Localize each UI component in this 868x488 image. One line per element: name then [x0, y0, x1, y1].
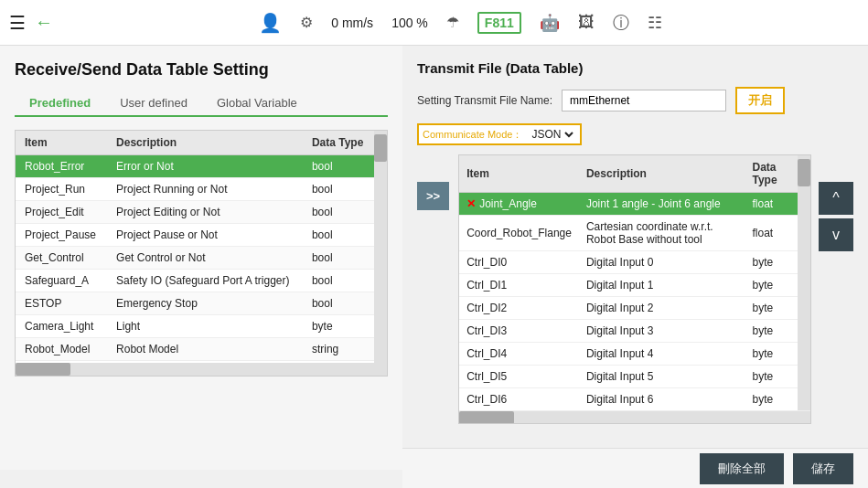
add-to-right-button[interactable]: >> — [417, 182, 449, 210]
comm-mode-label: Communicate Mode： — [423, 128, 522, 142]
left-cell-type: bool — [303, 178, 374, 201]
right-table-row[interactable]: Ctrl_DI4 Digital Input 4 byte — [459, 343, 810, 366]
main-content: Receive/Send Data Table Setting Predefin… — [0, 46, 868, 470]
left-table-row[interactable]: Project_Pause Project Pause or Not bool — [16, 224, 387, 247]
page-title: Receive/Send Data Table Setting — [15, 60, 388, 80]
right-cell-item: Ctrl_DI6 — [459, 388, 579, 411]
left-cell-item: Get_Control — [16, 247, 107, 270]
left-cell-type: byte — [303, 315, 374, 338]
right-table-row[interactable]: ✕Joint_Angle Joint 1 angle - Joint 6 ang… — [459, 193, 810, 216]
right-cell-item: ✕Joint_Angle — [459, 193, 579, 216]
right-cell-type: byte — [745, 388, 798, 411]
left-cell-type: bool — [303, 270, 374, 292]
robot-icon: 🤖 — [540, 13, 560, 33]
tab-global-variable[interactable]: Global Variable — [202, 90, 312, 117]
left-cell-type: bool — [303, 247, 374, 270]
left-cell-item: Robot_Model — [16, 338, 107, 361]
speed-value: 0 mm/s — [331, 16, 373, 30]
right-cell-type: byte — [745, 320, 798, 343]
delete-all-button[interactable]: 刪除全部 — [700, 453, 784, 484]
left-cell-item: Robot_Error — [16, 155, 107, 178]
left-table-row[interactable]: Get_Control Get Control or Not bool — [16, 247, 387, 270]
right-cell-type: byte — [745, 297, 798, 320]
right-cell-item: Ctrl_DI5 — [459, 366, 579, 388]
left-table: Item Description Data Type Robot_Error E… — [16, 131, 387, 361]
right-cell-desc: Digital Input 2 — [579, 297, 745, 320]
left-cell-item: Project_Run — [16, 178, 107, 201]
tab-bar: Predefined User defined Global Variable — [15, 90, 388, 117]
transmit-form: Setting Transmit File Name: 开启 Communica… — [417, 87, 853, 145]
left-cell-type: bool — [303, 224, 374, 247]
left-panel: Receive/Send Data Table Setting Predefin… — [0, 46, 402, 470]
right-cell-item: Ctrl_DI0 — [459, 251, 579, 274]
right-cell-desc: Digital Input 6 — [579, 388, 745, 411]
person-icon: 👤 — [259, 12, 282, 34]
left-col-type: Data Type — [303, 131, 374, 155]
left-cell-item: Project_Pause — [16, 224, 107, 247]
right-table-section: >> Item Description Data Type ✕Joint — [417, 154, 853, 424]
right-vscroll[interactable] — [798, 155, 810, 410]
left-cell-desc: Robot Model — [107, 338, 303, 361]
tab-predefined[interactable]: Predefined — [15, 90, 105, 117]
left-cell-type: bool — [303, 155, 374, 178]
open-button[interactable]: 开启 — [735, 87, 785, 114]
right-col-type: Data Type — [745, 155, 798, 193]
left-cell-item: Project_Edit — [16, 201, 107, 224]
right-cell-item: Ctrl_DI4 — [459, 343, 579, 366]
right-table-row[interactable]: Ctrl_DI3 Digital Input 3 byte — [459, 320, 810, 343]
transmit-title: Transmit File (Data Table) — [417, 60, 853, 76]
left-table-row[interactable]: Robot_Model Robot Model string — [16, 338, 387, 361]
left-cell-desc: Get Control or Not — [107, 247, 303, 270]
right-cell-desc: Digital Input 4 — [579, 343, 745, 366]
up-button[interactable]: ^ — [819, 182, 853, 215]
right-cell-type: byte — [745, 274, 798, 297]
right-table-row[interactable]: Coord_Robot_Flange Cartesian coordinate … — [459, 216, 810, 251]
left-table-row[interactable]: Project_Run Project Running or Not bool — [16, 178, 387, 201]
left-cell-desc: Project Running or Not — [107, 178, 303, 201]
right-cell-type: float — [745, 193, 798, 216]
right-cell-desc: Digital Input 3 — [579, 320, 745, 343]
comm-mode-selector: Communicate Mode： JSON XML RAW — [417, 123, 582, 145]
file-name-input[interactable] — [562, 90, 726, 111]
left-table-row[interactable]: Project_Edit Project Editing or Not bool — [16, 201, 387, 224]
left-vscroll[interactable] — [374, 131, 387, 363]
right-table-row[interactable]: Ctrl_DI2 Digital Input 2 byte — [459, 297, 810, 320]
right-cell-desc: Joint 1 angle - Joint 6 angle — [579, 193, 745, 216]
tab-user-defined[interactable]: User defined — [105, 90, 202, 117]
left-table-row[interactable]: Robot_Error Error or Not bool — [16, 155, 387, 178]
speed-icon: ⚙ — [300, 14, 313, 31]
menu-icon[interactable]: ☰ — [9, 12, 26, 34]
right-table-row[interactable]: Ctrl_DI0 Digital Input 0 byte — [459, 251, 810, 274]
down-button[interactable]: v — [819, 218, 853, 251]
left-cell-desc: Safety IO (Safeguard Port A trigger) — [107, 270, 303, 292]
left-col-desc: Description — [107, 131, 303, 155]
save-button[interactable]: 儲存 — [793, 453, 853, 484]
left-cell-type: bool — [303, 292, 374, 315]
left-cell-desc: Light — [107, 315, 303, 338]
right-table-row[interactable]: Ctrl_DI5 Digital Input 5 byte — [459, 366, 810, 388]
right-table-row[interactable]: Ctrl_DI6 Digital Input 6 byte — [459, 388, 810, 411]
left-col-item: Item — [16, 131, 107, 155]
left-cell-type: string — [303, 338, 374, 361]
left-cell-type: bool — [303, 201, 374, 224]
right-hscroll[interactable] — [459, 411, 810, 424]
percent-value: 100 % — [391, 16, 428, 30]
right-table: Item Description Data Type ✕Joint_Angle … — [459, 155, 810, 411]
right-table-row[interactable]: Ctrl_DI1 Digital Input 1 byte — [459, 274, 810, 297]
left-table-row[interactable]: Safeguard_A Safety IO (Safeguard Port A … — [16, 270, 387, 292]
comm-mode-select[interactable]: JSON XML RAW — [528, 127, 576, 142]
error-icon: ✕ — [466, 197, 476, 210]
right-cell-desc: Digital Input 1 — [579, 274, 745, 297]
left-table-row[interactable]: Camera_Light Light byte — [16, 315, 387, 338]
right-cell-type: byte — [745, 343, 798, 366]
back-icon[interactable]: ← — [35, 12, 53, 33]
right-cell-item: Ctrl_DI2 — [459, 297, 579, 320]
left-table-row[interactable]: ESTOP Emergency Stop bool — [16, 292, 387, 315]
left-cell-item: ESTOP — [16, 292, 107, 315]
right-cell-item: Ctrl_DI3 — [459, 320, 579, 343]
list-icon: ☷ — [648, 13, 662, 33]
left-hscroll[interactable] — [16, 363, 387, 376]
topbar: ☰ ← 👤 ⚙ 0 mm/s 100 % ☂ F811 🤖 🖼 ⓘ ☷ — [0, 0, 868, 46]
info-icon: ⓘ — [613, 12, 629, 34]
right-cell-desc: Digital Input 0 — [579, 251, 745, 274]
